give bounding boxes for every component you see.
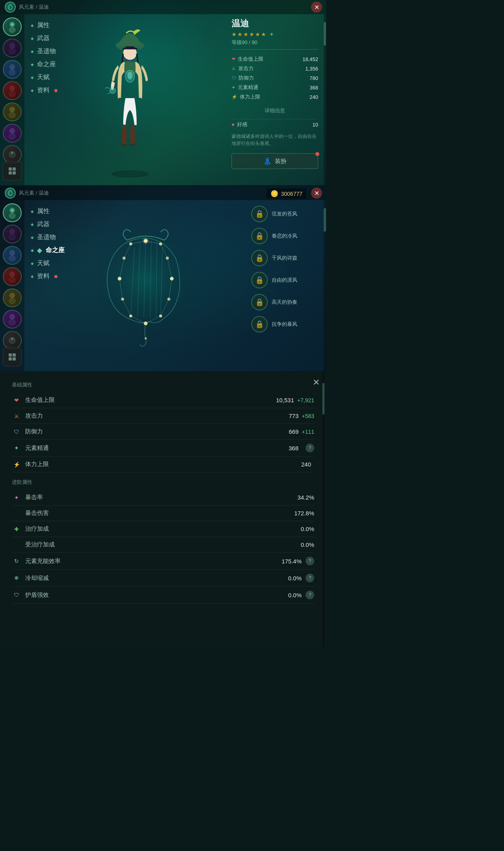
skill-lock-2: 🔒 [251,228,268,244]
character-name: 温迪 [232,18,318,30]
stats-close-button[interactable]: ✕ [313,377,320,388]
skill-1[interactable]: 🔒 弦发的苍风 [251,206,322,222]
svg-point-31 [9,256,15,261]
coin-icon: 🪙 [271,190,278,197]
nav-attributes-2[interactable]: 属性 [28,206,68,217]
svg-point-22 [127,72,132,79]
avatar-zhongli-2[interactable] [3,225,22,243]
avatar-other[interactable] [3,145,22,164]
nav-constellation[interactable]: 命之座 [28,59,61,70]
stat-em: ✦ 元素精通 368 [232,83,318,92]
skill-label-4: 自由的凛风 [272,277,297,284]
character-info-panel: 温迪 ★ ★ ★ ★ ★ ★ ✦ 等级90 / 90 ❤ 生命值上限 18,45… [232,18,318,169]
character-info-section: 风元素 / 温迪 ✕ [0,0,326,185]
element-label: 风元素 [19,4,34,10]
svg-rect-41 [13,353,16,357]
stats-def-value: 669 [289,428,298,435]
detail-info-button[interactable]: 详细信息 [232,106,318,116]
svg-rect-40 [9,353,12,357]
skill-label-1: 弦发的苍风 [272,210,297,217]
breadcrumb-2: 风元素 / 温迪 [19,190,49,197]
stats-er-help[interactable]: ? [306,557,314,565]
close-button[interactable]: ✕ [311,2,322,13]
skill-3[interactable]: 🔒 千风的诗篇 [251,250,322,266]
scrollbar-right-thumb [322,383,324,414]
affection-row: ♥ 好感 10 [232,119,318,130]
svg-point-11 [10,128,15,133]
nav-artifacts-2[interactable]: 圣遗物 [28,232,68,243]
skill-lock-3: 🔒 [251,250,268,266]
stats-hp-row: ❤ 生命值上限 10,531 +7,921 [12,392,314,408]
skill-6[interactable]: 🔒 抗争的暴风 [251,316,322,333]
avatar-ganyu[interactable] [3,60,22,79]
stats-cd-value: 0.0% [288,575,302,582]
costume-notification-dot [315,152,319,156]
scroll-thumb [324,22,326,46]
avatar-albedo-2[interactable] [3,288,22,307]
avatar-other-2[interactable] [3,331,22,350]
svg-point-34 [10,293,15,298]
svg-point-1 [9,27,15,33]
close-button-2[interactable]: ✕ [311,188,322,199]
stats-er-label: 元素充能效率 [25,557,282,565]
nav-info-2[interactable]: 资料 [28,271,68,282]
avatar-eula-2[interactable] [3,310,22,329]
stats-incoming-healing-row: 受治疗加成 0.0% [12,537,314,553]
nav-artifacts[interactable]: 圣遗物 [28,46,61,57]
scroll-indicator [324,14,326,185]
stats-cd-icon: ❄ [12,575,21,581]
stats-cd-label: 冷却缩减 [25,574,288,582]
stats-em-help[interactable]: ? [306,444,314,452]
element-icon-2 [5,188,16,199]
stat-hp: ❤ 生命值上限 18,452 [232,54,318,64]
avatar-venti-2[interactable] [3,203,22,222]
svg-point-29 [9,234,15,240]
avatar-venti[interactable] [3,17,22,36]
skill-lock-1: 🔒 [251,206,268,222]
avatar-hu-tao-2[interactable] [3,267,22,286]
stats-shield-help[interactable]: ? [306,591,314,599]
stats-er-icon: ↻ [12,558,21,564]
stats-crit-dmg-row: 暴击伤害 172.8% [12,505,314,521]
stats-crit-rate-row: ✦ 暴击率 34.2% [12,490,314,505]
skill-5[interactable]: 🔒 高天的协奏 [251,294,322,310]
skill-2[interactable]: 🔒 眷恋的冷风 [251,228,322,244]
skill-4[interactable]: 🔒 自由的凛风 [251,272,322,288]
skill-lock-4: 🔒 [251,272,268,288]
nav-weapon-2[interactable]: 武器 [28,219,68,230]
stats-atk-icon: ⚔ [12,413,21,419]
info-notification-dot-2 [54,275,57,278]
character-stars: ★ ★ ★ ★ ★ ★ ✦ [232,31,318,37]
costume-button[interactable]: 👗 装扮 [232,153,318,169]
nav-talent[interactable]: 天赋 [28,72,61,83]
avatar-zhongli[interactable] [3,39,22,58]
stats-healing-value: 0.0% [301,526,314,532]
nav-attributes[interactable]: 属性 [28,20,61,31]
nav-constellation-2[interactable]: ◆ 命之座 [28,245,68,256]
coin-display: 🪙 3006777 [267,188,306,199]
nav-weapon[interactable]: 武器 [28,33,61,44]
svg-point-37 [9,320,15,325]
stats-shield-icon: 🛡 [12,592,21,598]
stats-hp-icon: ❤ [12,397,21,403]
avatar-albedo[interactable] [3,102,22,121]
nav-info[interactable]: 资料 [28,85,61,96]
stats-hp-value: 10,531 [276,397,294,403]
svg-point-33 [9,277,15,282]
svg-point-26 [9,213,15,219]
stats-crit-rate-value: 34.2% [297,494,314,501]
nav-talent-2[interactable]: 天赋 [28,258,68,269]
grid-view-button[interactable] [3,162,22,180]
skill-label-6: 抗争的暴风 [272,321,297,328]
scroll-thumb-2 [324,208,326,232]
avatar-hu-tao[interactable] [3,81,22,100]
svg-point-30 [10,251,15,255]
stats-healing-row: ✚ 治疗加成 0.0% [12,521,314,537]
stats-def-label: 防御力 [25,428,289,435]
info-notification-dot [54,89,57,92]
avatar-eula[interactable] [3,124,22,143]
navigation-menu-2: 属性 武器 圣遗物 ◆ 命之座 天赋 资料 [28,206,68,282]
stats-cd-help[interactable]: ? [306,574,314,582]
avatar-ganyu-2[interactable] [3,246,22,265]
grid-view-button-2[interactable] [3,347,22,366]
